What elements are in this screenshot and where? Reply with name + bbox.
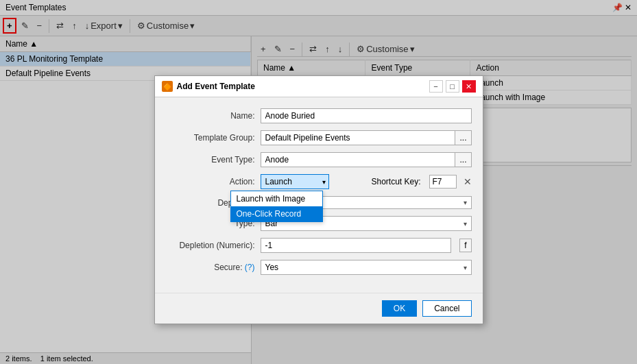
event-type-input[interactable] xyxy=(261,152,456,167)
event-type-label: Event Type: xyxy=(166,155,255,165)
shortcut-key-input[interactable] xyxy=(429,175,457,189)
name-label: Name: xyxy=(166,111,255,121)
action-dropdown[interactable]: Launch ▾ xyxy=(261,174,329,189)
modal-titlebar-left: 🔶 Add Event Template xyxy=(162,81,255,92)
secure-help-icon: (?) xyxy=(245,263,255,272)
depletion-numeric-input[interactable] xyxy=(261,238,452,253)
shortcut-key-clear-btn[interactable]: ✕ xyxy=(464,176,472,187)
depletion-dropdown-arrow-icon: ▾ xyxy=(464,199,467,206)
modal-footer: OK Cancel xyxy=(155,293,483,324)
modal-title: Add Event Template xyxy=(177,82,255,91)
modal-minimize-button[interactable]: − xyxy=(429,80,443,93)
modal-titlebar-buttons: − □ ✕ xyxy=(429,80,476,93)
modal-maximize-button[interactable]: □ xyxy=(446,80,459,93)
event-type-field: ... xyxy=(261,152,472,167)
modal-close-button[interactable]: ✕ xyxy=(462,80,476,93)
depletion-numeric-f-button[interactable]: f xyxy=(459,239,471,252)
add-event-template-modal: 🔶 Add Event Template − □ ✕ Name: T xyxy=(154,75,483,324)
main-container: Event Templates 📌 ✕ + ✎ − ⇄ ↑ ↓ Export ▾… xyxy=(0,0,637,364)
secure-dropdown-arrow-icon: ▾ xyxy=(464,264,467,271)
template-group-browse-btn[interactable]: ... xyxy=(455,130,471,145)
cancel-button[interactable]: Cancel xyxy=(422,300,471,317)
action-dropdown-popup: Launch with Image One-Click Record xyxy=(230,191,323,222)
modal-titlebar: 🔶 Add Event Template − □ ✕ xyxy=(155,76,483,97)
modal-body: Name: Template Group: ... Event Type: xyxy=(155,97,483,293)
shortcut-key-label: Shortcut Key: xyxy=(371,177,420,186)
action-row: Action: Launch ▾ Shortcut Key: ✕ xyxy=(166,174,472,189)
action-select-wrapper: Launch ▾ xyxy=(261,174,361,189)
ok-button[interactable]: OK xyxy=(382,300,417,317)
secure-value: Yes xyxy=(265,263,279,272)
depletion-numeric-form-row: Depletion (Numeric): f xyxy=(166,238,472,253)
name-row: Name: xyxy=(166,108,472,123)
dropdown-item-one-click-record[interactable]: One-Click Record xyxy=(231,206,322,221)
event-type-row: Event Type: ... xyxy=(166,152,472,167)
depletion-numeric-form-label: Depletion (Numeric): xyxy=(166,241,255,250)
action-value: Launch xyxy=(265,177,292,186)
type-dropdown-arrow-icon: ▾ xyxy=(464,220,467,228)
secure-label: Secure: (?) xyxy=(166,263,255,272)
secure-form-row: Secure: (?) Yes ▾ xyxy=(166,260,472,275)
template-group-input[interactable] xyxy=(261,130,456,145)
template-group-field: ... xyxy=(261,130,472,145)
modal-icon: 🔶 xyxy=(162,81,173,92)
dropdown-item-launch-with-image[interactable]: Launch with Image xyxy=(231,191,322,206)
template-group-row: Template Group: ... xyxy=(166,130,472,145)
name-input[interactable] xyxy=(261,108,472,123)
secure-dropdown[interactable]: Yes ▾ xyxy=(261,260,472,275)
template-group-label: Template Group: xyxy=(166,133,255,143)
action-label: Action: xyxy=(166,177,255,186)
action-dropdown-arrow: ▾ xyxy=(322,178,326,186)
modal-overlay: 🔶 Add Event Template − □ ✕ Name: T xyxy=(0,0,637,364)
event-type-browse-btn[interactable]: ... xyxy=(455,152,471,167)
